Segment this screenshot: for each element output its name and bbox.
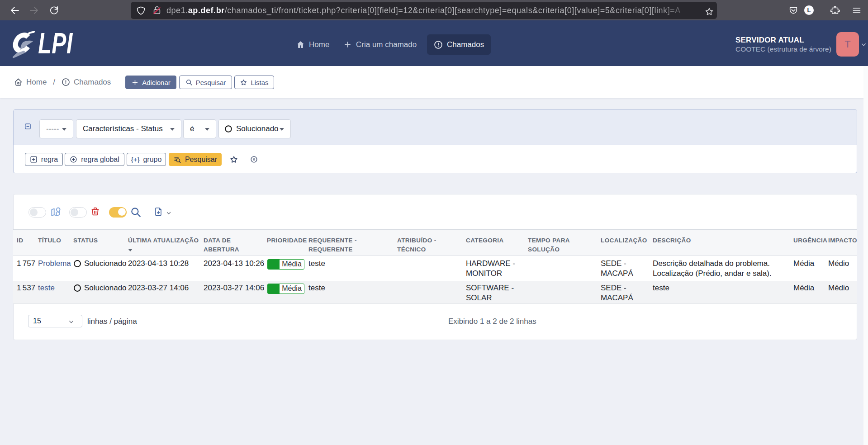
svg-text:LPI: LPI: [38, 27, 73, 59]
svg-text:L: L: [807, 7, 811, 14]
